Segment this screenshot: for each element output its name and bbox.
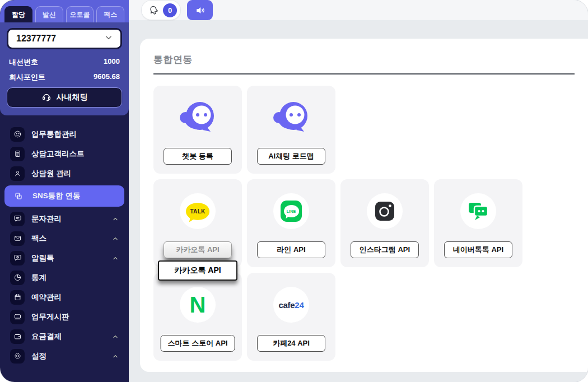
cafe24-logo: cafe24 xyxy=(273,287,309,323)
internal-chat-label: 사내채팅 xyxy=(57,92,88,103)
pie-chart-icon xyxy=(10,271,25,285)
sidebar-item-label: 상담고객리스트 xyxy=(31,149,85,159)
sidebar-item-label: SNS통합 연동 xyxy=(32,191,81,201)
sidebar: 할당 발신 오토콜 팩스 12377777 내선번호 1000 회사포인트 96… xyxy=(0,0,129,382)
naver-n-text: N xyxy=(190,294,206,316)
sidebar-item-work-board[interactable]: 업무게시판 xyxy=(0,307,129,327)
sidebar-item-label: 예약관리 xyxy=(31,292,62,302)
integration-cards-grid: 챗봇 등록 AI채팅 로드맵 TALK 카카오톡 API 카카오톡 API xyxy=(153,86,575,361)
stat-label: 회사포인트 xyxy=(9,72,45,82)
sidebar-item-label: 알림톡 xyxy=(31,253,54,263)
gear-icon xyxy=(10,349,25,364)
tab-fax[interactable]: 팩스 xyxy=(96,6,124,22)
line-logo: LINE xyxy=(273,193,309,229)
cafe24-api-button[interactable]: 카페24 API xyxy=(257,335,325,352)
cafe24-24-text: 24 xyxy=(295,300,304,310)
sidebar-item-label: 문자관리 xyxy=(31,214,62,224)
stat-extension-number: 내선번호 1000 xyxy=(9,57,120,67)
sidebar-item-label: 요금결제 xyxy=(31,332,62,342)
instagram-api-button[interactable]: 인스타그램 API xyxy=(351,241,419,258)
sidebar-item-customer-list[interactable]: 상담고객리스트 xyxy=(0,144,129,164)
chevron-up-icon xyxy=(112,255,119,262)
ai-chat-roadmap-button[interactable]: AI채팅 로드맵 xyxy=(257,148,325,165)
headset-icon xyxy=(41,92,52,104)
overlap-squares-icon xyxy=(11,189,26,203)
face-icon xyxy=(10,127,25,142)
chatbot-register-button[interactable]: 챗봇 등록 xyxy=(164,148,232,165)
extension-select[interactable]: 12377777 xyxy=(7,28,122,49)
chatbot-icon xyxy=(178,97,218,138)
kakaotalk-logo: TALK xyxy=(180,193,216,229)
notification-count-badge: 0 xyxy=(163,3,177,17)
chatbot-icon xyxy=(271,97,311,138)
chevron-up-icon xyxy=(112,353,119,360)
cafe24-text: cafe xyxy=(279,300,295,310)
sidebar-item-statistics[interactable]: 통계 xyxy=(0,268,129,287)
stat-label: 내선번호 xyxy=(9,57,38,67)
chevron-up-icon xyxy=(112,235,119,242)
extension-select-value: 12377777 xyxy=(16,34,56,44)
sidebar-item-agent-management[interactable]: 상담원 관리 xyxy=(0,164,129,183)
speaker-icon xyxy=(195,5,206,16)
smart-store-api-button[interactable]: 스마트 스토어 API xyxy=(161,335,235,352)
sidebar-item-label: 업무통합관리 xyxy=(31,129,77,139)
sidebar-item-label: 업무게시판 xyxy=(31,312,69,322)
sidebar-item-billing[interactable]: 요금결제 xyxy=(0,327,129,346)
internal-chat-button[interactable]: 사내채팅 xyxy=(7,87,122,108)
topbar: 0 xyxy=(129,0,588,20)
navertalk-logo xyxy=(460,193,496,229)
wallet-icon xyxy=(10,329,25,344)
sidebar-item-label: 통계 xyxy=(31,273,46,283)
tab-autocall[interactable]: 오토콜 xyxy=(66,6,94,22)
kakaotalk-api-tooltip: 카카오톡 API xyxy=(158,260,237,281)
app-window: 할당 발신 오토콜 팩스 12377777 내선번호 1000 회사포인트 96… xyxy=(0,0,588,382)
sidebar-top-block: 12377777 내선번호 1000 회사포인트 9605.68 xyxy=(0,22,129,115)
bell-icon xyxy=(147,3,161,17)
stat-value: 9605.68 xyxy=(94,72,120,82)
chevron-down-icon xyxy=(105,34,113,44)
card-instagram: 인스타그램 API xyxy=(340,179,429,267)
sidebar-item-sms-management[interactable]: 문자관리 xyxy=(0,209,129,229)
kakao-talk-text: TALK xyxy=(190,208,205,215)
document-icon xyxy=(10,147,25,161)
card-smart-store: N 스마트 스토어 API xyxy=(153,273,242,361)
sidebar-tabs: 할당 발신 오토콜 팩스 xyxy=(0,0,129,22)
sidebar-item-label: 설정 xyxy=(31,351,46,361)
sidebar-item-fax[interactable]: 팩스 xyxy=(0,229,129,248)
chat-clock-icon xyxy=(10,251,25,265)
account-stats: 내선번호 1000 회사포인트 9605.68 xyxy=(9,57,120,82)
card-navertalk: 네이버톡톡 API xyxy=(434,179,522,267)
calendar-icon xyxy=(10,290,25,305)
sidebar-item-label: 상담원 관리 xyxy=(31,169,71,179)
tab-assignment[interactable]: 할당 xyxy=(4,6,32,22)
main-area: 0 통합연동 챗봇 등록 xyxy=(129,0,588,382)
notification-button[interactable]: 0 xyxy=(141,0,181,20)
sidebar-menu: 업무통합관리 상담고객리스트 상담원 관리 SNS통합 연동 문자관리 xyxy=(0,115,129,382)
content-panel: 통합연동 챗봇 등록 AI채팅 로드맵 xyxy=(140,39,588,372)
envelope-icon xyxy=(10,231,25,246)
person-icon xyxy=(10,166,25,181)
kakaotalk-api-button[interactable]: 카카오톡 API xyxy=(164,241,232,258)
sidebar-item-reservation[interactable]: 예약관리 xyxy=(0,287,129,307)
stat-value: 1000 xyxy=(104,57,120,67)
stat-company-points: 회사포인트 9605.68 xyxy=(9,72,120,82)
sidebar-item-label: 팩스 xyxy=(31,234,46,244)
chevron-up-icon xyxy=(112,216,119,222)
tab-outbound[interactable]: 발신 xyxy=(35,6,63,22)
instagram-logo xyxy=(367,193,403,229)
card-kakaotalk: TALK 카카오톡 API 카카오톡 API xyxy=(153,179,242,267)
navertalk-api-button[interactable]: 네이버톡톡 API xyxy=(444,241,512,258)
naver-logo: N xyxy=(180,287,216,323)
speaker-button[interactable] xyxy=(187,0,213,20)
card-cafe24: cafe24 카페24 API xyxy=(247,273,335,361)
card-line: LINE 라인 API xyxy=(247,179,335,267)
sidebar-item-sns-integration[interactable]: SNS통합 연동 xyxy=(4,185,124,207)
chat-bubble-icon xyxy=(10,212,25,226)
line-text: LINE xyxy=(287,209,296,213)
line-api-button[interactable]: 라인 API xyxy=(257,241,325,258)
sidebar-item-settings[interactable]: 설정 xyxy=(0,346,129,366)
title-divider xyxy=(153,73,575,74)
sidebar-item-work-integration[interactable]: 업무통합관리 xyxy=(0,124,129,144)
sidebar-item-alimtalk[interactable]: 알림톡 xyxy=(0,248,129,268)
card-chatbot-register: 챗봇 등록 xyxy=(153,86,242,174)
